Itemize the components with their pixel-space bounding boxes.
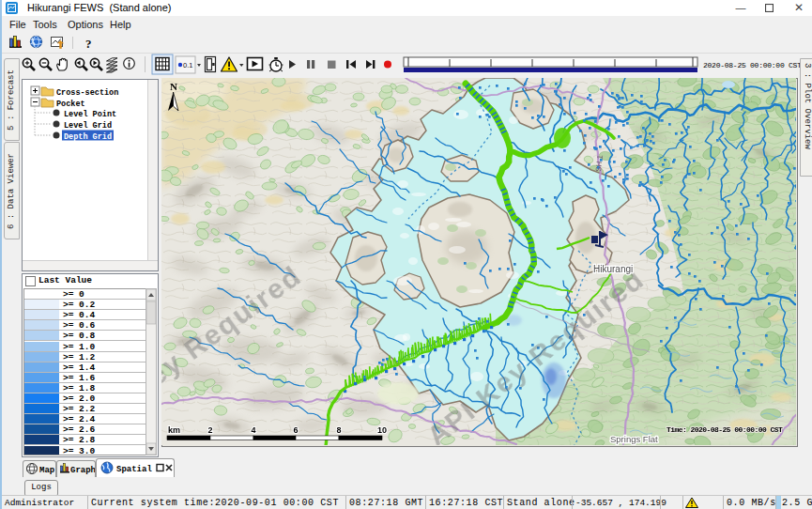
svg-text:0.1: 0.1 <box>183 61 192 69</box>
svg-text:SH 1: SH 1 <box>594 154 605 172</box>
svg-text:Map: Map <box>39 466 54 475</box>
svg-text:Springs Flat: Springs Flat <box>610 434 658 444</box>
svg-text:2: 2 <box>207 425 212 435</box>
svg-text:Spatial: Spatial <box>116 465 152 474</box>
svg-text:6: 6 <box>293 425 298 435</box>
svg-text:8: 8 <box>336 425 341 435</box>
svg-text:10: 10 <box>377 425 387 435</box>
svg-text:Hikurangi: Hikurangi <box>593 264 633 274</box>
svg-text:N: N <box>170 81 177 92</box>
svg-text:Level Grid: Level Grid <box>64 121 112 131</box>
svg-text:Level Point: Level Point <box>64 110 116 119</box>
svg-text:km: km <box>168 425 180 435</box>
svg-text:Pocket: Pocket <box>56 100 85 109</box>
svg-text:?: ? <box>85 37 92 51</box>
svg-text:4: 4 <box>251 425 255 435</box>
svg-text:Depth Grid: Depth Grid <box>64 132 112 142</box>
svg-text:Time: 2020-08-25 00:00:00 CST: Time: 2020-08-25 00:00:00 CST <box>666 425 783 434</box>
svg-text:Cross-section: Cross-section <box>56 88 118 98</box>
svg-text:Graph: Graph <box>70 466 95 475</box>
